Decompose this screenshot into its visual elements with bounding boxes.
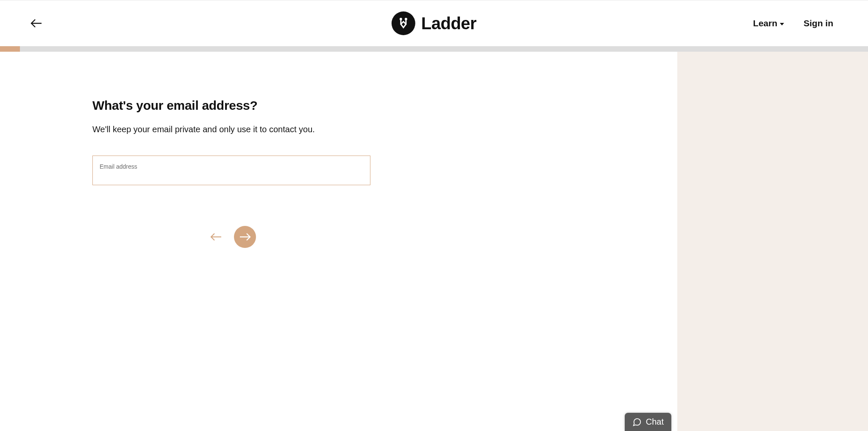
brand-name: Ladder [421, 14, 476, 33]
previous-button[interactable] [209, 230, 223, 244]
nav-controls [209, 226, 677, 248]
learn-label: Learn [753, 18, 777, 28]
signin-label: Sign in [804, 18, 833, 28]
ladder-logo-icon [392, 11, 415, 35]
arrow-left-icon [31, 18, 42, 28]
arrow-left-icon [210, 233, 222, 241]
next-button[interactable] [234, 226, 256, 248]
signin-link[interactable]: Sign in [804, 18, 833, 28]
question-heading: What's your email address? [92, 98, 677, 113]
back-button[interactable] [31, 18, 42, 28]
header: Ladder Learn Sign in [0, 0, 868, 46]
chat-label: Chat [646, 417, 664, 427]
chat-widget[interactable]: Chat [625, 413, 671, 431]
question-subtext: We'll keep your email private and only u… [92, 125, 677, 134]
email-field-label: Email address [100, 163, 363, 170]
chat-icon [632, 417, 642, 427]
progress-fill [0, 46, 20, 52]
arrow-right-icon [239, 233, 251, 241]
body: What's your email address? We'll keep yo… [0, 52, 868, 431]
email-field-wrap[interactable]: Email address [92, 156, 370, 185]
side-panel [677, 52, 868, 431]
header-nav: Learn Sign in [753, 18, 833, 28]
caret-down-icon [780, 23, 784, 25]
progress-bar [0, 46, 868, 52]
brand-logo-link[interactable]: Ladder [392, 11, 476, 35]
learn-dropdown[interactable]: Learn [753, 18, 784, 28]
main-content: What's your email address? We'll keep yo… [0, 52, 677, 431]
email-input[interactable] [100, 171, 363, 180]
